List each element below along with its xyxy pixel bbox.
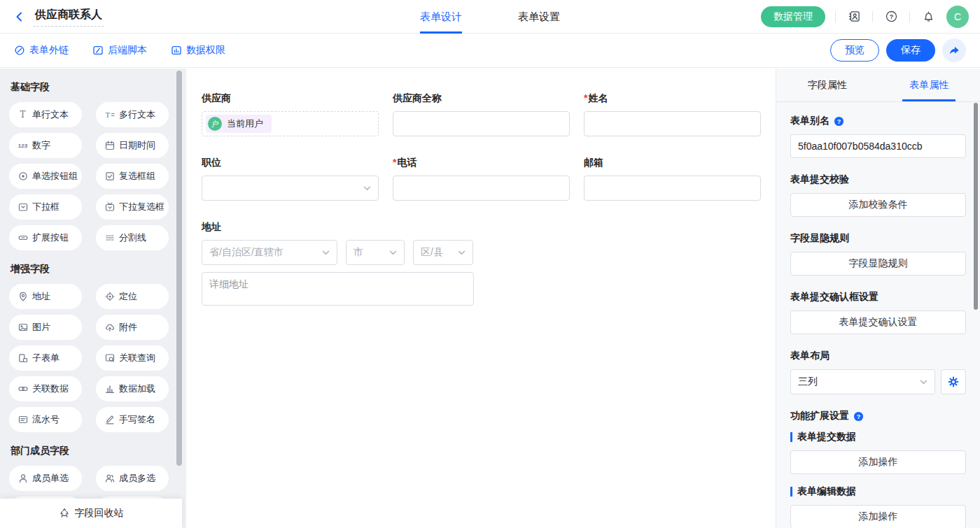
- field-phone[interactable]: *电话: [393, 157, 570, 201]
- data-permission-button[interactable]: 数据权限: [171, 44, 225, 57]
- signature-pen-icon: [104, 415, 115, 425]
- field-item-serial-number[interactable]: 流水号: [9, 407, 82, 432]
- script-icon: [92, 45, 104, 56]
- supplier-value-box[interactable]: 户 当前用户: [202, 111, 379, 136]
- data-manage-button[interactable]: 数据管理: [761, 6, 825, 27]
- field-supplier-full-name[interactable]: 供应商全称: [393, 92, 570, 136]
- properties-tabs: 字段属性 表单属性: [776, 69, 980, 102]
- field-address[interactable]: 地址 省/自治区/直辖市 市 区/县: [202, 221, 762, 308]
- tab-form-design[interactable]: 表单设计: [420, 0, 462, 34]
- field-recycle-bin-button[interactable]: 字段回收站: [0, 499, 182, 528]
- field-item-signature[interactable]: 手写签名: [96, 407, 169, 432]
- form-canvas[interactable]: 供应商 户 当前用户 供应商全称 *姓名: [186, 69, 776, 528]
- field-item-lookup-query[interactable]: 关联查询: [96, 345, 169, 371]
- field-item-label: 图片: [32, 321, 50, 334]
- edit-data-add-action-button[interactable]: 添加操作: [790, 505, 966, 528]
- question-circle-icon[interactable]: ?: [853, 411, 864, 422]
- form-alias-input[interactable]: [790, 134, 966, 158]
- field-item-multi-select[interactable]: 下拉复选框: [96, 194, 169, 220]
- field-item-label: 定位: [119, 290, 137, 303]
- city-placeholder: 市: [354, 246, 363, 259]
- layout-settings-button[interactable]: [941, 369, 966, 394]
- field-position[interactable]: 职位: [202, 157, 379, 201]
- field-visibility-button[interactable]: 字段显隐规则: [790, 252, 966, 276]
- function-extension-section: 功能扩展设置 ? 表单提交数据 添加操作 表单编辑数据 添加操作: [790, 410, 966, 528]
- back-button[interactable]: [11, 8, 28, 25]
- checkbox-group-icon: [104, 171, 115, 182]
- district-select[interactable]: 区/县: [413, 240, 473, 265]
- field-item-subform[interactable]: 子表单: [9, 345, 82, 371]
- basic-fields-grid: T 单行文本 T 多行文本 123 数字 日期时间: [9, 102, 186, 250]
- layout-select[interactable]: 三列: [790, 369, 935, 394]
- field-item-extend-button[interactable]: 扩展按钮: [9, 225, 82, 250]
- user-avatar[interactable]: C: [946, 6, 969, 28]
- share-button[interactable]: [942, 38, 966, 62]
- field-name[interactable]: *姓名: [584, 92, 761, 136]
- current-user-tag[interactable]: 户 当前用户: [206, 115, 272, 133]
- field-item-data-load[interactable]: 数据加载: [96, 376, 169, 401]
- province-placeholder: 省/自治区/直辖市: [209, 246, 284, 259]
- toolbar-right: 预览 保存: [830, 38, 966, 62]
- field-item-location[interactable]: 定位: [96, 284, 169, 309]
- chevron-down-icon: [322, 250, 330, 255]
- address-book-button[interactable]: [846, 8, 862, 25]
- form-external-link-button[interactable]: 表单外链: [14, 44, 69, 57]
- field-item-divider[interactable]: 分割线: [96, 225, 169, 250]
- tab-form-properties[interactable]: 表单属性: [878, 69, 980, 101]
- field-item-label: 下拉复选框: [119, 201, 164, 213]
- field-item-attachment[interactable]: 附件: [96, 315, 169, 340]
- field-supplier[interactable]: 供应商 户 当前用户: [202, 92, 379, 136]
- city-select[interactable]: 市: [346, 240, 405, 265]
- field-item-image[interactable]: 图片: [9, 315, 82, 340]
- field-item-multi-line-text[interactable]: T 多行文本: [96, 102, 169, 127]
- tab-field-properties[interactable]: 字段属性: [776, 69, 878, 101]
- select-icon: [18, 202, 28, 213]
- svg-text:T: T: [105, 110, 110, 119]
- field-item-linked-data[interactable]: 关联数据: [9, 376, 82, 401]
- email-input[interactable]: [584, 176, 761, 201]
- field-item-radio-group[interactable]: 单选按钮组: [9, 164, 82, 189]
- submit-confirm-button[interactable]: 表单提交确认设置: [790, 311, 966, 334]
- province-select[interactable]: 省/自治区/直辖市: [202, 240, 337, 265]
- field-item-label: 手写签名: [119, 413, 155, 426]
- sidebar-scrollbar[interactable]: [176, 71, 182, 466]
- user-tag-label: 当前用户: [227, 117, 263, 130]
- field-email[interactable]: 邮箱: [584, 157, 761, 201]
- svg-text:?: ?: [857, 413, 860, 420]
- field-item-select[interactable]: 下拉框: [9, 194, 82, 220]
- field-item-single-line-text[interactable]: T 单行文本: [9, 102, 82, 127]
- enhanced-fields-grid: 地址 定位 图片 附件: [9, 284, 186, 432]
- submit-data-add-action-button[interactable]: 添加操作: [790, 450, 966, 474]
- field-item-member-single[interactable]: 成员单选: [9, 466, 82, 491]
- accent-bar: [790, 487, 792, 497]
- field-item-number[interactable]: 123 数字: [9, 133, 82, 158]
- add-validation-button[interactable]: 添加校验条件: [790, 193, 966, 217]
- field-item-member-multi[interactable]: 成员多选: [96, 466, 169, 491]
- save-button[interactable]: 保存: [886, 39, 935, 62]
- field-visibility-section: 字段显隐规则 字段显隐规则: [790, 232, 966, 276]
- form-title[interactable]: 供应商联系人: [34, 6, 104, 27]
- phone-input[interactable]: [393, 176, 570, 201]
- properties-body: 表单别名 ? 表单提交校验 添加校验条件 字段显隐规则 字段显隐规则 表单提交确…: [776, 102, 980, 528]
- external-link-icon: [14, 45, 25, 56]
- notifications-button[interactable]: [920, 8, 937, 25]
- field-item-checkbox-group[interactable]: 复选框组: [96, 164, 169, 189]
- number-icon: 123: [18, 141, 28, 151]
- tab-form-settings[interactable]: 表单设置: [518, 0, 560, 34]
- field-label: 供应商: [202, 92, 231, 105]
- preview-button[interactable]: 预览: [830, 39, 879, 62]
- divider: [909, 11, 910, 22]
- position-select[interactable]: [202, 176, 379, 201]
- question-circle-icon[interactable]: ?: [834, 116, 844, 127]
- help-button[interactable]: ?: [883, 8, 899, 25]
- field-item-label: 单行文本: [32, 108, 69, 121]
- name-input[interactable]: [584, 111, 761, 136]
- detail-address-textarea[interactable]: [202, 272, 474, 306]
- submit-confirm-label: 表单提交确认框设置: [790, 291, 878, 304]
- backend-script-button[interactable]: 后端脚本: [92, 44, 147, 57]
- svg-text:?: ?: [837, 117, 841, 124]
- supplier-full-name-input[interactable]: [393, 111, 570, 136]
- panel-scrollbar[interactable]: [974, 103, 978, 310]
- field-item-address[interactable]: 地址: [9, 284, 82, 309]
- field-item-datetime[interactable]: 日期时间: [96, 133, 169, 158]
